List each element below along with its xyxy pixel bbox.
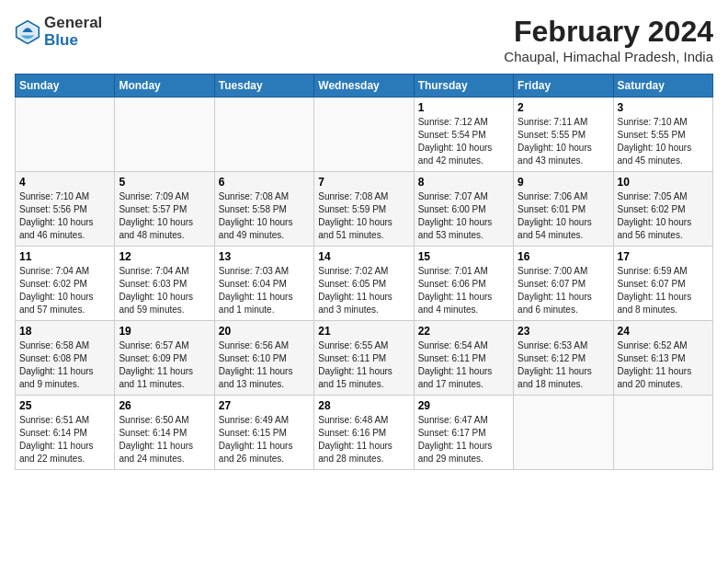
day-number: 4 xyxy=(19,176,110,189)
calendar-week-row: 4Sunrise: 7:10 AM Sunset: 5:56 PM Daylig… xyxy=(16,172,713,247)
day-info: Sunrise: 6:54 AM Sunset: 6:11 PM Dayligh… xyxy=(418,339,509,391)
calendar-week-row: 11Sunrise: 7:04 AM Sunset: 6:02 PM Dayli… xyxy=(16,247,713,321)
calendar-cell: 8Sunrise: 7:07 AM Sunset: 6:00 PM Daylig… xyxy=(414,172,513,247)
calendar-cell: 2Sunrise: 7:11 AM Sunset: 5:55 PM Daylig… xyxy=(514,98,613,172)
day-info: Sunrise: 6:52 AM Sunset: 6:13 PM Dayligh… xyxy=(618,339,709,391)
calendar-cell: 13Sunrise: 7:03 AM Sunset: 6:04 PM Dayli… xyxy=(214,247,313,321)
day-info: Sunrise: 6:58 AM Sunset: 6:08 PM Dayligh… xyxy=(19,339,110,391)
day-info: Sunrise: 6:48 AM Sunset: 6:16 PM Dayligh… xyxy=(318,414,409,465)
calendar-cell: 15Sunrise: 7:01 AM Sunset: 6:06 PM Dayli… xyxy=(414,247,513,321)
day-info: Sunrise: 7:03 AM Sunset: 6:04 PM Dayligh… xyxy=(219,265,310,316)
calendar-cell: 16Sunrise: 7:00 AM Sunset: 6:07 PM Dayli… xyxy=(514,247,613,321)
calendar-cell: 6Sunrise: 7:08 AM Sunset: 5:58 PM Daylig… xyxy=(214,172,313,247)
calendar-header: SundayMondayTuesdayWednesdayThursdayFrid… xyxy=(16,75,713,98)
day-info: Sunrise: 7:05 AM Sunset: 6:02 PM Dayligh… xyxy=(618,190,709,242)
day-info: Sunrise: 6:55 AM Sunset: 6:11 PM Dayligh… xyxy=(318,339,409,391)
calendar-cell xyxy=(314,98,414,172)
day-info: Sunrise: 7:12 AM Sunset: 5:54 PM Dayligh… xyxy=(418,116,509,167)
day-number: 25 xyxy=(19,399,110,412)
calendar-cell: 14Sunrise: 7:02 AM Sunset: 6:05 PM Dayli… xyxy=(314,247,414,321)
calendar-cell: 4Sunrise: 7:10 AM Sunset: 5:56 PM Daylig… xyxy=(16,172,115,247)
calendar-cell: 7Sunrise: 7:08 AM Sunset: 5:59 PM Daylig… xyxy=(314,172,414,247)
day-number: 5 xyxy=(119,176,210,189)
calendar-cell: 11Sunrise: 7:04 AM Sunset: 6:02 PM Dayli… xyxy=(16,247,115,321)
day-number: 28 xyxy=(318,399,409,412)
day-number: 7 xyxy=(318,176,409,189)
day-info: Sunrise: 6:56 AM Sunset: 6:10 PM Dayligh… xyxy=(219,339,310,391)
calendar-cell: 28Sunrise: 6:48 AM Sunset: 6:16 PM Dayli… xyxy=(314,396,414,470)
day-info: Sunrise: 6:59 AM Sunset: 6:07 PM Dayligh… xyxy=(618,265,709,316)
weekday-header-saturday: Saturday xyxy=(613,75,712,98)
calendar-cell: 23Sunrise: 6:53 AM Sunset: 6:12 PM Dayli… xyxy=(514,321,613,396)
weekday-header-monday: Monday xyxy=(115,75,214,98)
calendar-body: 1Sunrise: 7:12 AM Sunset: 5:54 PM Daylig… xyxy=(16,98,713,470)
day-info: Sunrise: 6:51 AM Sunset: 6:14 PM Dayligh… xyxy=(19,414,110,465)
calendar-cell: 10Sunrise: 7:05 AM Sunset: 6:02 PM Dayli… xyxy=(613,172,712,247)
title-block: February 2024 Chaupal, Himachal Pradesh,… xyxy=(504,15,713,64)
calendar-cell: 5Sunrise: 7:09 AM Sunset: 5:57 PM Daylig… xyxy=(115,172,214,247)
day-number: 22 xyxy=(418,325,509,338)
day-info: Sunrise: 6:53 AM Sunset: 6:12 PM Dayligh… xyxy=(518,339,609,391)
calendar-cell: 20Sunrise: 6:56 AM Sunset: 6:10 PM Dayli… xyxy=(214,321,313,396)
day-info: Sunrise: 7:02 AM Sunset: 6:05 PM Dayligh… xyxy=(318,265,409,316)
day-number: 26 xyxy=(119,399,210,412)
day-number: 18 xyxy=(19,325,110,338)
logo-blue: Blue xyxy=(44,32,102,50)
day-number: 13 xyxy=(219,250,310,263)
logo: General Blue xyxy=(15,15,102,49)
day-number: 21 xyxy=(318,325,409,338)
day-info: Sunrise: 7:04 AM Sunset: 6:03 PM Dayligh… xyxy=(119,265,210,316)
logo-icon xyxy=(15,19,40,45)
calendar-cell: 26Sunrise: 6:50 AM Sunset: 6:14 PM Dayli… xyxy=(115,396,214,470)
day-info: Sunrise: 7:04 AM Sunset: 6:02 PM Dayligh… xyxy=(19,265,110,316)
day-number: 9 xyxy=(518,176,609,189)
day-number: 27 xyxy=(219,399,310,412)
day-number: 3 xyxy=(618,101,709,114)
calendar-cell: 1Sunrise: 7:12 AM Sunset: 5:54 PM Daylig… xyxy=(414,98,513,172)
day-number: 11 xyxy=(19,250,110,263)
weekday-header-sunday: Sunday xyxy=(16,75,115,98)
logo-text: General Blue xyxy=(44,15,102,49)
day-info: Sunrise: 7:10 AM Sunset: 5:55 PM Dayligh… xyxy=(618,116,709,167)
day-number: 23 xyxy=(518,325,609,338)
month-year-title: February 2024 xyxy=(504,15,713,49)
calendar-cell: 9Sunrise: 7:06 AM Sunset: 6:01 PM Daylig… xyxy=(514,172,613,247)
calendar-cell: 24Sunrise: 6:52 AM Sunset: 6:13 PM Dayli… xyxy=(613,321,712,396)
calendar-week-row: 1Sunrise: 7:12 AM Sunset: 5:54 PM Daylig… xyxy=(16,98,713,172)
day-info: Sunrise: 7:07 AM Sunset: 6:00 PM Dayligh… xyxy=(418,190,509,242)
calendar-table: SundayMondayTuesdayWednesdayThursdayFrid… xyxy=(15,74,713,470)
calendar-cell: 29Sunrise: 6:47 AM Sunset: 6:17 PM Dayli… xyxy=(414,396,513,470)
weekday-header-tuesday: Tuesday xyxy=(214,75,313,98)
calendar-cell: 3Sunrise: 7:10 AM Sunset: 5:55 PM Daylig… xyxy=(613,98,712,172)
day-info: Sunrise: 7:08 AM Sunset: 5:59 PM Dayligh… xyxy=(318,190,409,242)
day-info: Sunrise: 6:50 AM Sunset: 6:14 PM Dayligh… xyxy=(119,414,210,465)
day-number: 2 xyxy=(518,101,609,114)
weekday-header-friday: Friday xyxy=(514,75,613,98)
calendar-cell xyxy=(613,396,712,470)
day-number: 24 xyxy=(618,325,709,338)
calendar-cell: 27Sunrise: 6:49 AM Sunset: 6:15 PM Dayli… xyxy=(214,396,313,470)
day-number: 14 xyxy=(318,250,409,263)
logo-general: General xyxy=(44,15,102,32)
calendar-cell: 17Sunrise: 6:59 AM Sunset: 6:07 PM Dayli… xyxy=(613,247,712,321)
day-info: Sunrise: 6:57 AM Sunset: 6:09 PM Dayligh… xyxy=(119,339,210,391)
day-number: 8 xyxy=(418,176,509,189)
day-number: 1 xyxy=(418,101,509,114)
day-info: Sunrise: 7:01 AM Sunset: 6:06 PM Dayligh… xyxy=(418,265,509,316)
day-info: Sunrise: 7:08 AM Sunset: 5:58 PM Dayligh… xyxy=(219,190,310,242)
day-number: 20 xyxy=(219,325,310,338)
day-number: 19 xyxy=(119,325,210,338)
weekday-header-row: SundayMondayTuesdayWednesdayThursdayFrid… xyxy=(16,75,713,98)
day-info: Sunrise: 6:47 AM Sunset: 6:17 PM Dayligh… xyxy=(418,414,509,465)
calendar-cell xyxy=(214,98,313,172)
day-number: 10 xyxy=(618,176,709,189)
calendar-cell: 12Sunrise: 7:04 AM Sunset: 6:03 PM Dayli… xyxy=(115,247,214,321)
calendar-cell xyxy=(115,98,214,172)
weekday-header-thursday: Thursday xyxy=(414,75,513,98)
day-info: Sunrise: 7:09 AM Sunset: 5:57 PM Dayligh… xyxy=(119,190,210,242)
calendar-cell: 22Sunrise: 6:54 AM Sunset: 6:11 PM Dayli… xyxy=(414,321,513,396)
calendar-cell xyxy=(16,98,115,172)
day-info: Sunrise: 7:00 AM Sunset: 6:07 PM Dayligh… xyxy=(518,265,609,316)
calendar-cell: 18Sunrise: 6:58 AM Sunset: 6:08 PM Dayli… xyxy=(16,321,115,396)
page-header: General Blue February 2024 Chaupal, Hima… xyxy=(15,15,713,64)
